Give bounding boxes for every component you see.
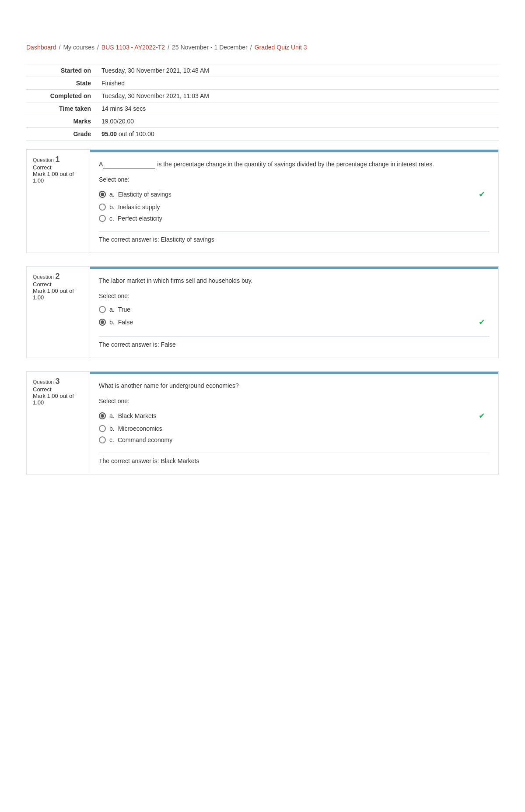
radio-unselected[interactable] [99, 436, 106, 443]
answer-text: Perfect elasticity [118, 215, 162, 222]
summary-value: Finished [96, 77, 499, 90]
question-status: Correct [33, 164, 52, 171]
page-wrapper: Dashboard / My courses / BUS 1103 - AY20… [0, 0, 525, 514]
correct-answer-text: The correct answer is: Black Markets [99, 453, 490, 467]
summary-label: Marks [26, 115, 96, 128]
breadcrumb-course[interactable]: BUS 1103 - AY2022-T2 [102, 44, 165, 51]
question-block: Question 3 Correct Mark 1.00 out of 1.00… [26, 371, 499, 475]
breadcrumb: Dashboard / My courses / BUS 1103 - AY20… [26, 44, 499, 51]
question-number: 1 [55, 155, 60, 164]
question-body: What is another name for underground eco… [90, 374, 498, 474]
answer-options: a.Black Markets✔b.Microeconomicsc.Comman… [99, 409, 490, 446]
radio-selected[interactable] [99, 412, 106, 419]
question-text: What is another name for underground eco… [99, 381, 490, 390]
answer-letter: c. [109, 436, 114, 443]
answer-text: Black Markets [118, 412, 157, 419]
answer-letter: b. [109, 425, 115, 432]
radio-unselected[interactable] [99, 204, 106, 211]
answer-text: Command economy [118, 436, 172, 443]
correct-tick: ✔ [479, 317, 490, 327]
questions-container: Question 1 Correct Mark 1.00 out of 1.00… [26, 149, 499, 475]
summary-value: 14 mins 34 secs [96, 102, 499, 115]
question-content: The labor market in which firms sell and… [90, 267, 498, 358]
question-status: Correct [33, 281, 52, 288]
summary-row: Completed onTuesday, 30 November 2021, 1… [26, 90, 499, 102]
summary-value: Tuesday, 30 November 2021, 11:03 AM [96, 90, 499, 102]
question-mark: Mark 1.00 out of 1.00 [33, 288, 74, 301]
answer-letter: c. [109, 215, 114, 222]
answer-option: a.Elasticity of savings✔ [99, 187, 490, 201]
question-number: 3 [55, 377, 60, 386]
summary-row: Marks19.00/20.00 [26, 115, 499, 128]
question-sidebar: Question 1 Correct Mark 1.00 out of 1.00 [27, 150, 90, 253]
question-status: Correct [33, 386, 52, 393]
answer-options: a.Trueb.False✔ [99, 304, 490, 329]
question-label: Question 1 [33, 157, 60, 163]
question-number: 2 [55, 272, 60, 281]
answer-letter: b. [109, 319, 115, 326]
question-content: What is another name for underground eco… [90, 372, 498, 474]
radio-unselected[interactable] [99, 306, 106, 313]
breadcrumb-sep-1: / [59, 44, 61, 51]
question-block: Question 2 Correct Mark 1.00 out of 1.00… [26, 266, 499, 358]
answer-option: c.Perfect elasticity [99, 213, 490, 224]
answer-option: b.Microeconomics [99, 423, 490, 434]
summary-value: 19.00/20.00 [96, 115, 499, 128]
summary-table: Started onTuesday, 30 November 2021, 10:… [26, 64, 499, 141]
radio-selected[interactable] [99, 319, 106, 326]
answer-letter: a. [109, 306, 115, 313]
summary-label: Time taken [26, 102, 96, 115]
question-label: Question 2 [33, 274, 60, 280]
summary-row: Time taken14 mins 34 secs [26, 102, 499, 115]
summary-row: Started onTuesday, 30 November 2021, 10:… [26, 64, 499, 77]
question-mark: Mark 1.00 out of 1.00 [33, 171, 74, 184]
breadcrumb-mycourses: My courses [63, 44, 94, 51]
correct-answer-text: The correct answer is: Elasticity of sav… [99, 231, 490, 246]
breadcrumb-quiz[interactable]: Graded Quiz Unit 3 [255, 44, 307, 51]
select-one-label: Select one: [99, 292, 490, 299]
summary-value: Tuesday, 30 November 2021, 10:48 AM [96, 64, 499, 77]
radio-selected[interactable] [99, 191, 106, 198]
summary-label: Grade [26, 128, 96, 141]
summary-row: StateFinished [26, 77, 499, 90]
summary-value: 95.00 out of 100.00 [96, 128, 499, 141]
breadcrumb-sep-3: / [168, 44, 169, 51]
answer-option: c.Command economy [99, 434, 490, 446]
answer-text: Elasticity of savings [118, 191, 172, 198]
answer-option: b.False✔ [99, 315, 490, 329]
summary-label: Started on [26, 64, 96, 77]
answer-text: False [118, 319, 133, 326]
select-one-label: Select one: [99, 176, 490, 183]
answer-options: a.Elasticity of savings✔b.Inelastic supp… [99, 187, 490, 224]
answer-letter: a. [109, 412, 115, 419]
correct-answer-text: The correct answer is: False [99, 336, 490, 351]
question-label: Question 3 [33, 379, 60, 385]
blank [103, 159, 155, 169]
question-text: A is the percentage change in the quanti… [99, 159, 490, 169]
summary-row: Grade95.00 out of 100.00 [26, 128, 499, 141]
breadcrumb-week: 25 November - 1 December [172, 44, 248, 51]
correct-tick: ✔ [479, 411, 490, 421]
select-one-label: Select one: [99, 397, 490, 404]
radio-unselected[interactable] [99, 215, 106, 222]
question-mark: Mark 1.00 out of 1.00 [33, 393, 74, 406]
answer-option: a.True [99, 304, 490, 315]
answer-option: b.Inelastic supply [99, 201, 490, 213]
answer-text: Microeconomics [118, 425, 162, 432]
summary-label: Completed on [26, 90, 96, 102]
question-sidebar: Question 2 Correct Mark 1.00 out of 1.00 [27, 267, 90, 358]
breadcrumb-sep-4: / [250, 44, 252, 51]
summary-label: State [26, 77, 96, 90]
question-body: The labor market in which firms sell and… [90, 269, 498, 358]
answer-text: Inelastic supply [118, 204, 160, 211]
breadcrumb-dashboard[interactable]: Dashboard [26, 44, 56, 51]
answer-text: True [118, 306, 130, 313]
question-body: A is the percentage change in the quanti… [90, 152, 498, 253]
answer-letter: a. [109, 191, 115, 198]
breadcrumb-sep-2: / [97, 44, 99, 51]
radio-unselected[interactable] [99, 425, 106, 432]
question-text: The labor market in which firms sell and… [99, 276, 490, 285]
correct-tick: ✔ [479, 190, 490, 199]
question-sidebar: Question 3 Correct Mark 1.00 out of 1.00 [27, 372, 90, 474]
question-block: Question 1 Correct Mark 1.00 out of 1.00… [26, 149, 499, 253]
